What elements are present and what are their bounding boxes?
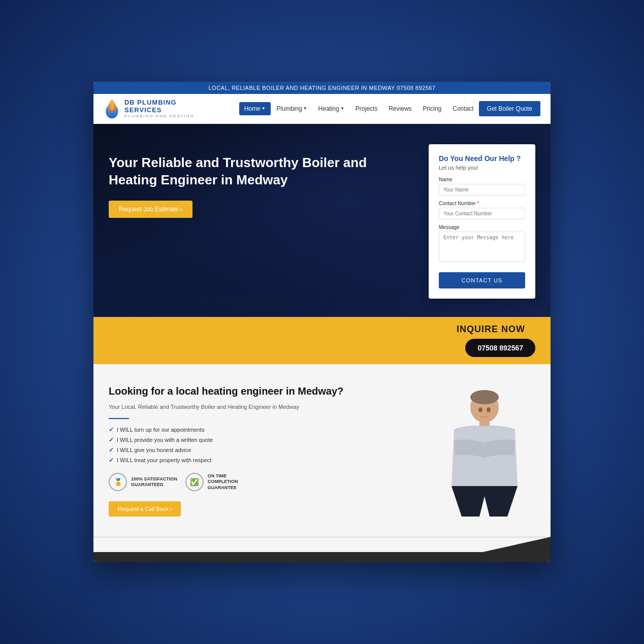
contact-submit-button[interactable]: CONTACT US — [439, 272, 525, 288]
inquire-banner: INQUIRE NOW 07508 892567 — [93, 317, 551, 364]
nav-home[interactable]: Home ▼ — [239, 102, 271, 115]
checklist-item-3: I WILL give you honest advice — [109, 446, 418, 454]
hero-content: Your Reliable and Trustworthy Boiler and… — [93, 124, 551, 314]
svg-point-4 — [478, 407, 482, 412]
svg-point-2 — [470, 390, 499, 404]
engineer-photo — [434, 384, 535, 517]
message-label: Message — [439, 224, 525, 230]
inquire-phone[interactable]: 07508 892567 — [465, 339, 535, 357]
logo-icon — [104, 98, 120, 119]
browser-window: LOCAL, RELIABLE BOILER AND HEATING ENGIN… — [93, 82, 551, 563]
phone-field-group: Contact Number * — [439, 201, 525, 219]
contact-form: Do You Need Our Help ? Let us help you! … — [429, 144, 535, 299]
callback-button[interactable]: Request a Call Back › — [109, 501, 181, 517]
ontime-badge: ✅ ON TIMECOMPLETIONGUARANTEE — [185, 473, 238, 491]
top-bar: LOCAL, RELIABLE BOILER AND HEATING ENGIN… — [93, 82, 551, 94]
checklist-item-2: I WILL provide you with a written quote — [109, 436, 418, 443]
badges: 🏅 100% SATISFACTIONGUARANTEED ✅ ON TIMEC… — [109, 473, 418, 491]
svg-point-5 — [487, 407, 491, 412]
logo: DB PLUMBING SERVICES PLUMBING AND HEATIN… — [104, 98, 209, 119]
nav-projects[interactable]: Projects — [350, 102, 382, 115]
checklist-item-4: I WILL treat your property with respect — [109, 457, 418, 464]
about-section: Looking for a local heating engineer in … — [93, 364, 551, 537]
satisfaction-text: 100% SATISFACTIONGUARANTEED — [131, 476, 177, 488]
hero-text-block: Your Reliable and Trustworthy Boiler and… — [109, 144, 413, 218]
about-heading: Looking for a local heating engineer in … — [109, 384, 418, 398]
satisfaction-badge: 🏅 100% SATISFACTIONGUARANTEED — [109, 473, 177, 491]
ontime-text: ON TIMECOMPLETIONGUARANTEE — [208, 473, 238, 491]
name-input[interactable] — [439, 184, 525, 196]
about-description: Your Local, Reliable and Trustworthy Boi… — [109, 403, 418, 411]
engineer-illustration — [439, 384, 530, 517]
nav-links: Home ▼ Plumbing ▼ Heating ▼ Projects Rev… — [239, 102, 479, 115]
nav-plumbing[interactable]: Plumbing ▼ — [272, 102, 312, 115]
footer — [93, 537, 551, 562]
nav-reviews[interactable]: Reviews — [383, 102, 416, 115]
home-arrow: ▼ — [262, 106, 266, 111]
nav-contact[interactable]: Contact — [447, 102, 478, 115]
hero-section: Your Reliable and Trustworthy Boiler and… — [93, 124, 551, 317]
about-text: Looking for a local heating engineer in … — [109, 384, 418, 517]
form-subtitle: Let us help you! — [439, 165, 525, 171]
top-bar-text: LOCAL, RELIABLE BOILER AND HEATING ENGIN… — [208, 85, 435, 91]
nav-pricing[interactable]: Pricing — [418, 102, 447, 115]
nav-heating[interactable]: Heating ▼ — [313, 102, 349, 115]
name-field-group: Name — [439, 177, 525, 196]
inquire-title: INQUIRE NOW — [457, 324, 535, 335]
divider — [109, 418, 129, 419]
message-textarea[interactable] — [439, 232, 525, 262]
hero-heading: Your Reliable and Trustworthy Boiler and… — [109, 154, 413, 189]
satisfaction-icon: 🏅 — [109, 473, 127, 491]
logo-text: DB PLUMBING SERVICES PLUMBING AND HEATIN… — [124, 99, 209, 118]
message-field-group: Message — [439, 224, 525, 264]
checklist: I WILL turn up for our appointments I WI… — [109, 426, 418, 464]
form-title: Do You Need Our Help ? — [439, 154, 525, 163]
request-estimate-button[interactable]: Request Job Estimate › — [109, 201, 192, 218]
ontime-icon: ✅ — [185, 473, 204, 491]
get-boiler-quote-button[interactable]: Get Boiler Quote — [479, 101, 540, 116]
phone-input[interactable] — [439, 208, 525, 219]
phone-label: Contact Number * — [439, 201, 525, 206]
plumbing-arrow: ▼ — [303, 106, 307, 111]
brand-name: DB PLUMBING SERVICES — [124, 99, 209, 114]
name-label: Name — [439, 177, 525, 182]
heating-arrow: ▼ — [340, 106, 344, 111]
checklist-item-1: I WILL turn up for our appointments — [109, 426, 418, 433]
navigation: DB PLUMBING SERVICES PLUMBING AND HEATIN… — [93, 94, 551, 124]
brand-sub: PLUMBING AND HEATING — [124, 114, 209, 118]
